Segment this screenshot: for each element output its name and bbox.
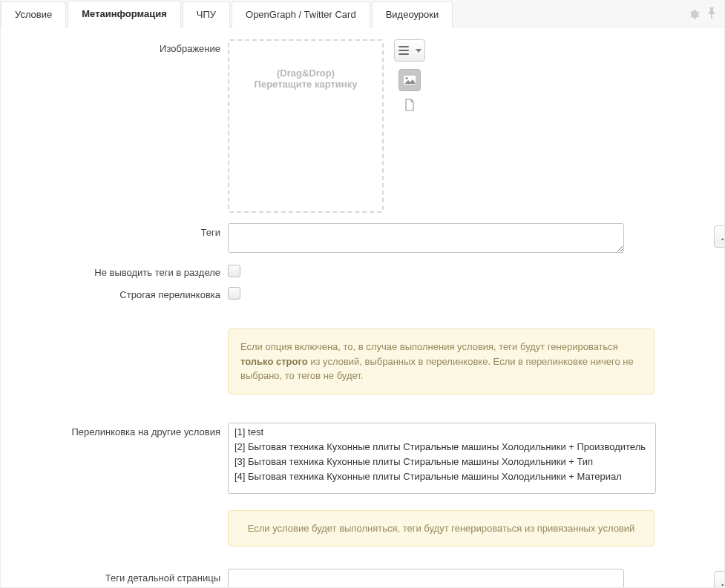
row-relink: Перелинковка на другие условия [1] test … [23,423,702,494]
app-frame: Условие Метаинформация ЧПУ OpenGraph / T… [0,0,725,588]
field-strict-linking [228,285,702,298]
dropzone-text-2: Перетащите картинку [255,79,358,90]
label-empty-2 [23,510,228,514]
tags-picker-button[interactable]: ... [714,225,724,248]
label-strict-linking: Строгая перелинковка [23,285,228,300]
relink-note-box: Если условие будет выполняться, теги буд… [228,510,655,547]
relink-option[interactable]: [2] Бытовая техника Кухонные плиты Стира… [229,440,655,455]
image-thumb-icon[interactable] [398,69,421,91]
field-detail-tags: ... [228,569,702,587]
strict-note-box: Если опция включена, то, в случае выполн… [228,328,655,394]
relink-option[interactable]: [1] test [229,425,655,440]
tabs-bar: Условие Метаинформация ЧПУ OpenGraph / T… [1,0,724,27]
svg-point-2 [405,77,407,79]
note-text-pre: Если опция включена, то, в случае выполн… [240,341,618,352]
label-empty-1 [23,328,228,332]
field-hide-tags [228,263,702,276]
relink-option[interactable]: [3] Бытовая техника Кухонные плиты Стира… [229,455,655,469]
label-image: Изображение [23,39,228,54]
relink-listbox[interactable]: [1] test [2] Бытовая техника Кухонные пл… [228,423,656,494]
strict-linking-checkbox[interactable] [228,287,240,300]
tabs: Условие Метаинформация ЧПУ OpenGraph / T… [1,0,454,27]
form-content: Изображение (Drag&Drop) Перетащите карти… [1,27,724,587]
tab-metainfo[interactable]: Метаинформация [68,1,181,28]
hide-tags-checkbox[interactable] [228,265,240,277]
label-detail-tags: Теги детальной страницы [23,569,228,584]
field-image: (Drag&Drop) Перетащите картинку [228,39,702,213]
field-strict-note: Если опция включена, то, в случае выполн… [228,328,702,394]
dropzone-text-1: (Drag&Drop) [277,67,335,79]
row-hide-tags: Не выводить теги в разделе [23,263,702,278]
label-tags: Теги [23,223,228,238]
image-dropzone[interactable]: (Drag&Drop) Перетащите картинку [228,39,384,213]
gear-icon[interactable] [687,7,699,19]
row-strict-note: Если опция включена, то, в случае выполн… [23,328,702,394]
row-detail-tags: Теги детальной страницы ... [23,569,702,587]
tab-opengraph[interactable]: OpenGraph / Twitter Card [232,1,370,28]
field-tags: ... [228,223,702,253]
hamburger-icon [398,46,409,55]
tab-uslovie[interactable]: Условие [1,1,66,28]
row-tags: Теги ... [23,223,702,253]
file-icon[interactable] [404,99,415,113]
caret-down-icon [416,49,421,53]
note-text-bold: только строго [240,356,308,367]
relink-note-text: Если условие будет выполняться, теги буд… [248,523,635,534]
tabs-actions [687,7,724,19]
image-side-controls [394,39,425,113]
tab-videouroki[interactable]: Видеоуроки [372,1,453,28]
field-relink-note: Если условие будет выполняться, теги буд… [228,510,702,547]
detail-tags-picker-button[interactable]: ... [714,571,724,587]
detail-tags-input[interactable] [228,569,624,587]
label-relink: Перелинковка на другие условия [23,423,228,437]
tab-chpu[interactable]: ЧПУ [183,1,230,28]
row-strict-linking: Строгая перелинковка [23,285,702,300]
field-relink: [1] test [2] Бытовая техника Кухонные пл… [228,423,702,494]
relink-option[interactable]: [4] Бытовая техника Кухонные плиты Стира… [229,469,655,484]
row-relink-note: Если условие будет выполняться, теги буд… [23,510,702,547]
row-image: Изображение (Drag&Drop) Перетащите карти… [23,39,702,213]
pin-icon[interactable] [706,7,717,19]
image-menu-button[interactable] [394,39,425,62]
tags-input[interactable] [228,223,624,253]
label-hide-tags: Не выводить теги в разделе [23,263,228,278]
